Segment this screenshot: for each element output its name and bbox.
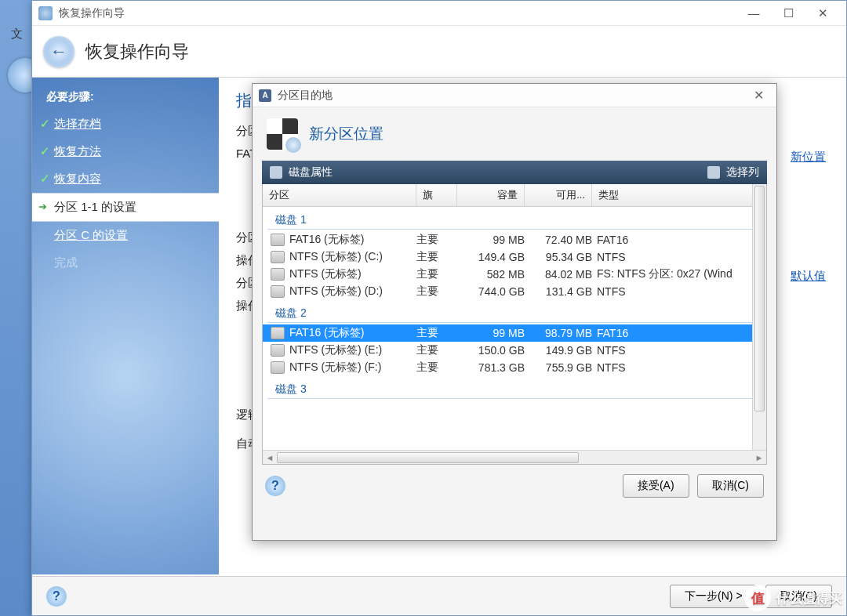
dialog-footer: ? 接受(A) 取消(C) xyxy=(253,465,776,507)
choose-columns-icon xyxy=(707,166,720,179)
horizontal-scrollbar[interactable]: ◄ ► xyxy=(263,450,766,464)
sidebar-step[interactable]: 分区 1-1 的设置 xyxy=(32,193,219,222)
default-value-link[interactable]: 默认值 xyxy=(791,269,826,284)
partition-free: 131.4 GB xyxy=(525,285,592,298)
partition-row[interactable]: NTFS (无标签) (F:)主要781.3 GB755.9 GBNTFS xyxy=(263,359,766,376)
partition-flag: 主要 xyxy=(416,361,457,375)
partition-free: 72.40 MB xyxy=(525,234,592,246)
partition-name: NTFS (无标签) (E:) xyxy=(289,343,382,357)
partition-name: NTFS (无标签) (D:) xyxy=(289,284,383,299)
bg-underlay: 文 xyxy=(11,27,23,42)
partition-row[interactable]: FAT16 (无标签)主要99 MB72.40 MBFAT16 xyxy=(263,231,766,248)
disk-properties-icon xyxy=(270,166,282,179)
dialog-help-icon[interactable]: ? xyxy=(265,476,285,496)
drive-icon xyxy=(271,344,285,357)
partition-row[interactable]: NTFS (无标签) (D:)主要744.0 GB131.4 GBNTFS xyxy=(263,283,766,300)
drive-icon xyxy=(271,361,285,374)
col-flag[interactable]: 旗 xyxy=(416,184,457,206)
partition-row[interactable]: NTFS (无标签)主要582 MB84.02 MBFS: NTFS 分区: 0… xyxy=(263,266,766,283)
disk-group-label: 磁盘 2 xyxy=(267,302,762,323)
partition-capacity: 99 MB xyxy=(457,234,525,246)
partition-name: FAT16 (无标签) xyxy=(289,233,364,247)
page-title: 恢复操作向导 xyxy=(85,40,189,63)
maximize-button[interactable]: ☐ xyxy=(771,3,805,24)
watermark: 值 什么值得买 xyxy=(744,585,842,611)
partition-type: NTFS xyxy=(592,285,766,298)
app-icon xyxy=(38,6,53,20)
sidebar-step[interactable]: 分区 C 的设置 xyxy=(32,222,219,249)
partition-flag: 主要 xyxy=(416,343,457,357)
partition-free: 98.79 MB xyxy=(525,327,592,339)
partition-type: FS: NTFS 分区: 0x27 (Wind xyxy=(592,267,766,281)
checkered-flag-icon xyxy=(267,118,298,150)
new-location-link[interactable]: 新位置 xyxy=(791,150,826,165)
col-free[interactable]: 可用... xyxy=(525,184,592,206)
grid-header[interactable]: 分区 旗 容量 可用... 类型 xyxy=(263,184,766,207)
partition-name: NTFS (无标签) (C:) xyxy=(289,250,383,264)
drive-icon xyxy=(271,234,285,246)
partition-type: NTFS xyxy=(592,361,766,374)
window-title: 恢复操作向导 xyxy=(59,6,736,20)
watermark-text: 什么值得买 xyxy=(776,589,842,607)
partition-capacity: 150.0 GB xyxy=(457,344,525,357)
bg-menu-label: 文 xyxy=(11,27,23,42)
partition-free: 149.9 GB xyxy=(525,344,592,357)
wizard-header: ← 恢复操作向导 xyxy=(32,26,846,78)
dialog-app-icon: A xyxy=(259,89,271,102)
hscroll-left-arrow[interactable]: ◄ xyxy=(263,453,277,462)
hscroll-thumb[interactable] xyxy=(277,452,579,463)
minimize-button[interactable]: — xyxy=(736,3,771,24)
grid-toolbar: 磁盘属性 选择列 xyxy=(262,161,767,184)
back-button[interactable]: ← xyxy=(43,36,75,67)
drive-icon xyxy=(271,268,285,281)
drive-icon xyxy=(271,285,285,298)
vscroll-thumb[interactable] xyxy=(754,186,765,411)
disk-group-label: 磁盘 3 xyxy=(267,378,762,399)
help-icon[interactable]: ? xyxy=(46,586,67,607)
partition-flag: 主要 xyxy=(416,250,457,264)
partition-capacity: 744.0 GB xyxy=(457,285,525,298)
partition-name: NTFS (无标签) (F:) xyxy=(289,361,381,375)
dialog-header: 新分区位置 xyxy=(253,107,776,161)
titlebar[interactable]: 恢复操作向导 — ☐ ✕ xyxy=(32,1,846,26)
grid-body[interactable]: 磁盘 1FAT16 (无标签)主要99 MB72.40 MBFAT16NTFS … xyxy=(263,207,766,450)
hscroll-right-arrow[interactable]: ► xyxy=(752,453,766,462)
close-button[interactable]: ✕ xyxy=(805,3,840,24)
partition-name: FAT16 (无标签) xyxy=(289,326,364,340)
partition-capacity: 582 MB xyxy=(457,268,525,281)
partition-capacity: 99 MB xyxy=(457,327,525,339)
partition-row[interactable]: NTFS (无标签) (E:)主要150.0 GB149.9 GBNTFS xyxy=(263,342,766,359)
steps-sidebar: 必要步骤: 选择存档恢复方法恢复内容分区 1-1 的设置分区 C 的设置完成 xyxy=(32,78,219,574)
partition-capacity: 149.4 GB xyxy=(457,251,525,263)
drive-icon xyxy=(271,327,285,339)
toolbar-label-right[interactable]: 选择列 xyxy=(726,165,759,179)
partition-type: NTFS xyxy=(592,251,766,263)
partition-destination-dialog: A 分区目的地 ✕ 新分区位置 磁盘属性 选择列 分区 旗 容量 可用... 类… xyxy=(252,83,777,541)
sidebar-section-label: 必要步骤: xyxy=(32,84,219,111)
col-type[interactable]: 类型 xyxy=(592,184,766,206)
accept-button[interactable]: 接受(A) xyxy=(623,474,689,498)
vertical-scrollbar[interactable] xyxy=(752,184,766,450)
sidebar-step: 完成 xyxy=(32,249,219,277)
dialog-titlebar[interactable]: A 分区目的地 ✕ xyxy=(253,84,776,107)
dialog-close-button[interactable]: ✕ xyxy=(747,88,770,103)
partition-capacity: 781.3 GB xyxy=(457,361,525,374)
partition-type: FAT16 xyxy=(592,234,766,246)
dialog-cancel-button[interactable]: 取消(C) xyxy=(697,474,764,498)
col-capacity[interactable]: 容量 xyxy=(457,184,525,206)
wizard-footer: ? 下一步(N) > 取消(C) xyxy=(32,576,846,615)
partition-flag: 主要 xyxy=(416,233,457,247)
sidebar-step[interactable]: 恢复内容 xyxy=(32,165,219,193)
drive-icon xyxy=(271,251,285,263)
partition-name: NTFS (无标签) xyxy=(289,267,362,281)
col-partition[interactable]: 分区 xyxy=(263,184,416,206)
partition-row[interactable]: NTFS (无标签) (C:)主要149.4 GB95.34 GBNTFS xyxy=(263,248,766,266)
partition-free: 84.02 MB xyxy=(525,268,592,281)
partition-row[interactable]: FAT16 (无标签)主要99 MB98.79 MBFAT16 xyxy=(263,324,766,342)
partition-flag: 主要 xyxy=(416,267,457,281)
toolbar-label-left: 磁盘属性 xyxy=(289,165,333,179)
dialog-heading: 新分区位置 xyxy=(309,124,384,144)
sidebar-step[interactable]: 选择存档 xyxy=(32,111,219,138)
sidebar-step[interactable]: 恢复方法 xyxy=(32,138,219,165)
dialog-title: 分区目的地 xyxy=(278,89,747,103)
